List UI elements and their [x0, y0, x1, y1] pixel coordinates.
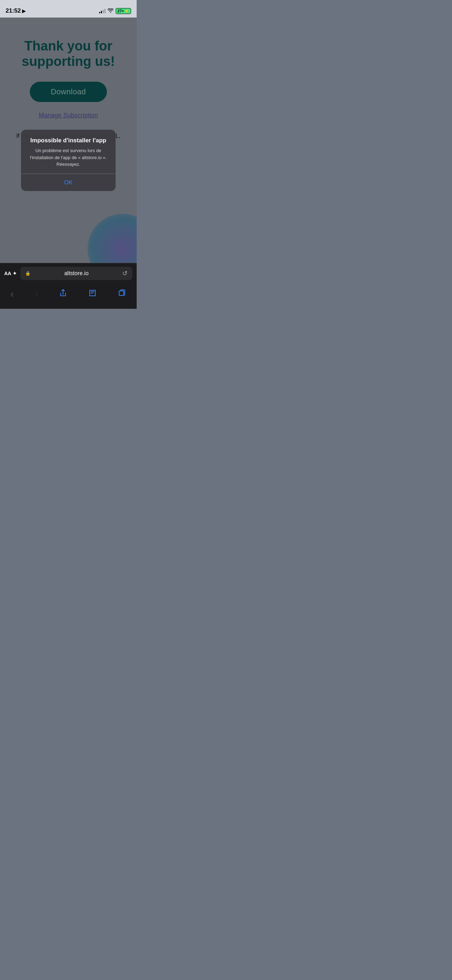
browser-bar: AA ✦ 🔒 altstore.io ↺ [0, 263, 137, 283]
status-time: 21:52 ▶ [6, 7, 25, 14]
lock-icon: 🔒 [25, 271, 30, 276]
battery-badge: 27+ ⚡ [116, 8, 131, 14]
address-bar[interactable]: 🔒 altstore.io ↺ [20, 267, 132, 280]
tabs-button[interactable] [111, 287, 133, 301]
signal-bar-4 [104, 9, 106, 13]
status-bar: 21:52 ▶ 27+ ⚡ [0, 0, 137, 18]
page-content: Thank you for supporting us! Download Ma… [0, 18, 137, 263]
browser-aa-button[interactable]: AA ✦ [4, 270, 17, 276]
battery-text: 27+ [118, 9, 124, 13]
location-icon: ▶ [22, 8, 25, 14]
forward-button[interactable]: › [28, 286, 45, 302]
alert-actions: OK [21, 174, 116, 191]
signal-bars [99, 8, 106, 13]
alert-message: Un problème est survenu lors de l'instal… [27, 147, 110, 168]
back-button[interactable]: ‹ [3, 286, 21, 302]
alert-ok-button[interactable]: OK [21, 174, 116, 191]
signal-bar-1 [99, 12, 100, 13]
wifi-icon [108, 8, 113, 14]
aa-text: AA [4, 270, 11, 276]
alert-dialog: Impossible d'installer l'app Un problème… [21, 130, 116, 191]
address-text: altstore.io [33, 270, 120, 277]
alert-content: Impossible d'installer l'app Un problème… [21, 130, 116, 174]
reload-icon[interactable]: ↺ [122, 269, 127, 277]
translate-icon: ✦ [13, 270, 17, 276]
status-icons: 27+ ⚡ [99, 8, 131, 14]
bottom-nav: ‹ › [0, 283, 137, 309]
signal-bar-2 [101, 11, 102, 13]
signal-bar-3 [103, 10, 104, 13]
alert-title: Impossible d'installer l'app [27, 137, 110, 145]
time-display: 21:52 [6, 7, 21, 14]
bookmarks-button[interactable] [81, 287, 104, 301]
svg-rect-0 [119, 291, 124, 296]
battery-lightning: ⚡ [124, 9, 129, 13]
share-button[interactable] [52, 287, 74, 301]
